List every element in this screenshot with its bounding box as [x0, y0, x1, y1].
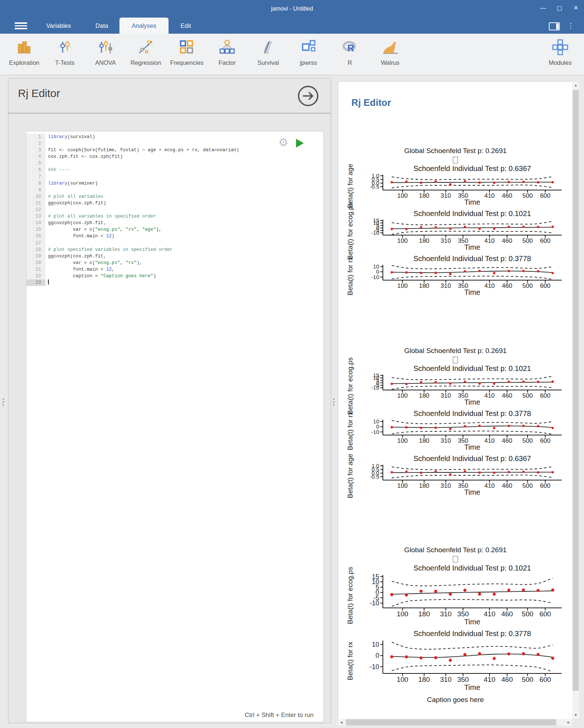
svg-text:350: 350 [457, 610, 469, 618]
svg-text:600: 600 [540, 192, 550, 199]
line-number: 20 [26, 260, 45, 266]
vertical-scrollbar[interactable]: ▲ ▼ [572, 81, 579, 719]
residual-point [464, 270, 466, 272]
ribbon-item-factor[interactable]: Factor [207, 37, 247, 73]
ribbon-label: Survival [248, 59, 288, 66]
plot-title: Schoenfeld Individual Test p: 0.1021 [414, 565, 531, 572]
svg-text:600: 600 [539, 610, 551, 618]
syntax-panel-icon[interactable] [549, 22, 560, 30]
residual-point [478, 593, 481, 595]
residual-point [434, 656, 437, 659]
svg-text:100: 100 [397, 392, 407, 399]
code-line: 12 [26, 207, 323, 213]
svg-text:350: 350 [457, 676, 469, 683]
residual-point [493, 382, 495, 385]
code-line: 19ggcoxzph(cox.zph.fit, [26, 253, 323, 260]
svg-text:310: 310 [440, 610, 452, 618]
more-options-icon[interactable]: ⋮ [567, 21, 574, 31]
svg-text:410: 410 [484, 676, 495, 683]
ribbon-item-frequencies[interactable]: Frequencies [167, 37, 207, 73]
horizontal-scrollbar[interactable]: ◄ ► [338, 719, 572, 726]
residual-point [420, 427, 422, 429]
residual-point [551, 427, 554, 429]
line-number: 23 [26, 279, 45, 286]
left-drag-handle-icon[interactable] [3, 398, 4, 407]
ribbon-item-jpwrss[interactable]: jpwrss [288, 37, 329, 73]
ribbon-item-regression[interactable]: Regression [126, 37, 166, 73]
tab-variables[interactable]: Variables [40, 18, 77, 34]
line-number: 17 [26, 240, 45, 246]
tab-edit[interactable]: Edit [173, 18, 199, 34]
schoenfeld-plot: Schoenfeld Individual Test p: 0.63671.00… [356, 166, 565, 207]
svg-text:460: 460 [502, 482, 512, 489]
ribbon-label: Frequencies [167, 59, 207, 66]
svg-text:180: 180 [418, 610, 430, 618]
svg-text:410: 410 [484, 392, 495, 399]
svg-text:-10: -10 [371, 274, 379, 280]
y-axis-label: Beta(t) for age [345, 456, 356, 497]
error-bars-icon [45, 37, 85, 57]
residual-point [508, 425, 510, 427]
code-line: 23 [26, 279, 323, 286]
scatter-line-icon [126, 37, 166, 57]
missing-glyph-box-icon [453, 357, 458, 363]
tab-data[interactable]: Data [88, 18, 116, 34]
svg-text:310: 310 [441, 482, 451, 489]
residual-point [522, 380, 525, 383]
residual-point [493, 272, 495, 274]
splitter-drag-handle-icon[interactable] [333, 398, 334, 407]
hamburger-menu-icon[interactable] [15, 22, 27, 29]
plot-row: Beta(t) for rxSchoenfeld Individual Test… [345, 256, 565, 297]
residual-point [449, 227, 451, 230]
residual-point [420, 472, 422, 474]
svg-text:100: 100 [397, 676, 409, 683]
code-line: 6### ---- [26, 167, 323, 173]
vertical-scroll-thumb[interactable] [573, 90, 579, 691]
residual-point [420, 226, 422, 229]
minimize-button[interactable]: — [536, 0, 550, 16]
svg-text:460: 460 [502, 237, 512, 244]
ribbon-item-anova[interactable]: ANOVA [85, 37, 126, 73]
residual-point [449, 428, 451, 430]
line-number: 10 [26, 193, 45, 200]
svg-text:460: 460 [502, 192, 512, 199]
residual-point [551, 272, 554, 274]
plot-title: Schoenfeld Individual Test p: 0.3778 [414, 411, 531, 417]
scroll-up-icon[interactable]: ▲ [572, 83, 579, 87]
code-line: 15 var = c("ecog.ps", "rx", "age"), [26, 226, 323, 233]
svg-text:410: 410 [484, 237, 495, 244]
residual-point [435, 180, 437, 182]
ribbon-item-walrus[interactable]: Walrus [370, 37, 410, 73]
residual-point [493, 227, 495, 230]
ribbon-item-modules[interactable]: Modules [540, 37, 580, 73]
svg-text:180: 180 [419, 392, 429, 399]
scroll-down-icon[interactable]: ▼ [572, 713, 579, 717]
ribbon-label: T-Tests [45, 59, 85, 66]
residual-point [537, 653, 540, 656]
maximize-button[interactable]: ▢ [552, 0, 567, 16]
gear-icon[interactable]: ⚙ [278, 136, 288, 149]
svg-text:410: 410 [484, 282, 495, 289]
horizontal-scroll-thumb[interactable] [346, 719, 556, 725]
ribbon-item-survival[interactable]: Survival [248, 37, 288, 73]
results-arrow-button[interactable] [297, 85, 319, 107]
grid-squares-icon [167, 37, 207, 57]
run-icon[interactable] [296, 139, 304, 148]
ribbon-item-r[interactable]: R R [330, 37, 370, 73]
code-line: 22 caption = "Caption goes here") [26, 273, 323, 279]
residual-point [551, 181, 554, 183]
results-panel: Rj Editor Global Schoenfeld Test p: 0.26… [338, 81, 573, 720]
ribbon-item-t-tests[interactable]: T-Tests [45, 37, 85, 73]
line-number: 2 [26, 140, 45, 147]
code-editor[interactable]: 1library(survival)23fit <- coxph(Surv(fu… [26, 131, 324, 722]
ribbon-item-exploration[interactable]: Exploration [4, 37, 44, 73]
code-line: 5 [26, 160, 323, 167]
code-line: 13# plot all variables in specified orde… [26, 213, 323, 220]
tab-analyses[interactable]: Analyses [119, 18, 169, 34]
scroll-left-icon[interactable]: ◄ [339, 720, 344, 724]
schoenfeld-plot: Schoenfeld Individual Test p: 0.10211510… [356, 365, 565, 406]
close-button[interactable]: ✕ [569, 0, 583, 16]
residual-point [391, 228, 393, 230]
svg-text:600: 600 [539, 676, 551, 683]
scroll-right-icon[interactable]: ► [566, 720, 572, 724]
